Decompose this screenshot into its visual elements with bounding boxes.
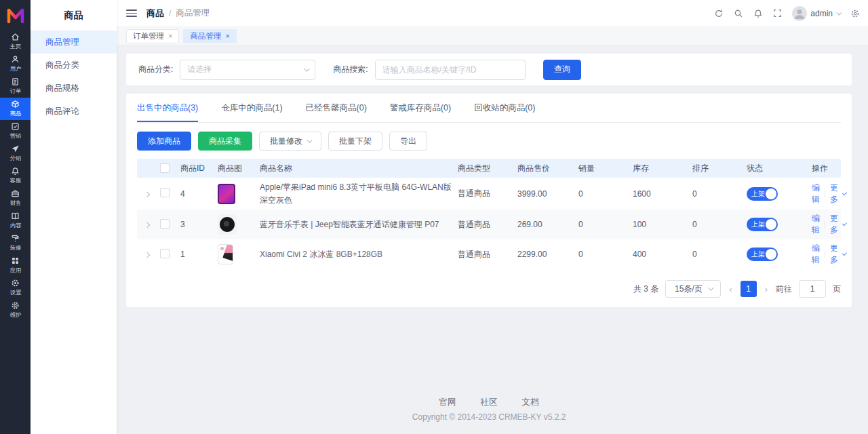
goods-stock: 400 xyxy=(630,250,690,259)
expand-row-icon[interactable] xyxy=(144,191,150,197)
page-number-button[interactable]: 1 xyxy=(741,281,757,297)
search-input[interactable] xyxy=(375,60,526,80)
footer-link-docs[interactable]: 文档 xyxy=(522,397,539,408)
col-header-id: 商品ID xyxy=(178,163,215,174)
open-tabs-bar: 订单管理 × 商品管理 × xyxy=(117,27,868,45)
submenu-item-goods-management[interactable]: 商品管理 xyxy=(31,31,117,54)
goods-id: 1 xyxy=(178,250,215,259)
fullscreen-icon[interactable] xyxy=(773,9,782,18)
goods-id: 4 xyxy=(178,189,215,199)
footer-link-official-site[interactable]: 官网 xyxy=(439,397,456,408)
sidebar-item-home[interactable]: 主页 xyxy=(0,31,31,53)
maintenance-gear-icon xyxy=(11,301,20,310)
page-size-select[interactable]: 15条/页 xyxy=(665,280,721,298)
row-checkbox[interactable] xyxy=(160,219,170,229)
edit-link[interactable]: 编辑 xyxy=(812,243,820,266)
chevron-down-icon xyxy=(304,66,310,71)
ipad-product-photo[interactable] xyxy=(218,184,235,204)
export-button[interactable]: 导出 xyxy=(389,132,427,151)
page-content: 商品分类: 请选择 商品搜索: 查询 出售中的商品(3) 仓库中的商品(1) 已… xyxy=(117,45,868,434)
row-checkbox[interactable] xyxy=(160,249,170,258)
refresh-icon[interactable] xyxy=(714,9,724,18)
marketing-icon xyxy=(11,122,20,131)
more-link[interactable]: 更多 xyxy=(830,213,845,236)
table-row: 1 Xiaomi Civi 2 冰冰蓝 8GB+128GB 普通商品 2299.… xyxy=(137,239,841,269)
tab-on-sale[interactable]: 出售中的商品(3) xyxy=(137,94,198,122)
expand-row-icon[interactable] xyxy=(144,222,150,228)
status-toggle[interactable]: 上架 xyxy=(747,187,778,201)
brand-logo[interactable] xyxy=(0,0,31,31)
tab-recycle-bin[interactable]: 回收站的商品(0) xyxy=(474,94,535,122)
batch-edit-button[interactable]: 批量修改 xyxy=(259,132,321,151)
site-settings-icon[interactable] xyxy=(850,9,860,18)
close-icon[interactable]: × xyxy=(168,32,172,40)
settings-gear-icon xyxy=(11,279,20,288)
collect-goods-button[interactable]: 商品采集 xyxy=(198,132,252,151)
select-all-checkbox[interactable] xyxy=(160,163,170,173)
submenu-item-goods-category[interactable]: 商品分类 xyxy=(31,54,117,77)
username: admin xyxy=(810,9,833,18)
sidebar-item-users[interactable]: 用户 xyxy=(0,53,31,75)
sidebar-item-finance[interactable]: 财务 xyxy=(0,187,31,210)
status-toggle[interactable]: 上架 xyxy=(747,248,778,261)
sidebar-item-apps[interactable]: 应用 xyxy=(0,254,31,277)
tab-sold-out[interactable]: 已经售罄商品(0) xyxy=(306,94,367,122)
prev-page-icon[interactable]: ‹ xyxy=(728,284,733,294)
goods-table: 商品ID 商品图 商品名称 商品类型 商品售价 销量 库存 排序 状态 操作 4 xyxy=(137,159,841,269)
next-page-icon[interactable]: › xyxy=(764,284,769,294)
goods-price: 2299.00 xyxy=(515,250,576,259)
pagination: 共 3 条 15条/页 ‹ 1 › 前往 页 xyxy=(137,280,841,298)
chevron-down-icon xyxy=(842,221,847,226)
sidebar-item-service[interactable]: 客服 xyxy=(0,165,31,187)
col-header-price: 商品售价 xyxy=(515,163,576,174)
breadcrumb-root[interactable]: 商品 xyxy=(146,7,164,20)
goods-type: 普通商品 xyxy=(455,188,515,199)
tab-low-stock[interactable]: 警戒库存商品(0) xyxy=(390,94,451,122)
list-toolbar: 添加商品 商品采集 批量修改 批量下架 导出 xyxy=(137,132,841,151)
close-icon[interactable]: × xyxy=(225,32,229,40)
distribution-icon xyxy=(11,144,20,153)
expand-row-icon[interactable] xyxy=(144,252,150,258)
edit-link[interactable]: 编辑 xyxy=(812,213,820,236)
tab-order-management[interactable]: 订单管理 × xyxy=(126,29,179,43)
submenu-item-goods-spec[interactable]: 商品规格 xyxy=(31,77,117,100)
status-toggle[interactable]: 上架 xyxy=(747,218,778,231)
sidebar-item-distribution[interactable]: 分销 xyxy=(0,142,31,165)
search-icon[interactable] xyxy=(734,9,743,18)
goto-page-input[interactable] xyxy=(799,280,826,298)
tab-in-warehouse[interactable]: 仓库中的商品(1) xyxy=(221,94,282,122)
search-button[interactable]: 查询 xyxy=(543,60,581,80)
add-goods-button[interactable]: 添加商品 xyxy=(137,132,191,151)
goods-id: 3 xyxy=(178,220,215,229)
batch-off-shelf-button[interactable]: 批量下架 xyxy=(328,132,382,151)
edit-link[interactable]: 编辑 xyxy=(812,182,820,205)
category-select[interactable]: 请选择 xyxy=(180,60,315,80)
sidebar-item-decoration[interactable]: 装修 xyxy=(0,232,31,254)
collapse-menu-icon[interactable] xyxy=(126,9,137,17)
goods-sort: 0 xyxy=(690,250,744,259)
more-link[interactable]: 更多 xyxy=(830,182,845,205)
footer-link-community[interactable]: 社区 xyxy=(481,397,498,408)
notification-bell-icon[interactable] xyxy=(753,9,763,18)
sidebar-item-settings[interactable]: 设置 xyxy=(0,277,31,299)
phone-product-photo[interactable] xyxy=(218,244,233,264)
col-header-status: 状态 xyxy=(744,163,809,174)
tab-goods-management[interactable]: 商品管理 × xyxy=(183,29,236,43)
more-link[interactable]: 更多 xyxy=(830,243,845,266)
secondary-sidebar: 商品 商品管理 商品分类 商品规格 商品评论 xyxy=(31,0,117,434)
chevron-down-icon xyxy=(836,9,842,15)
goods-sales: 0 xyxy=(576,220,630,229)
search-filter-label: 商品搜索: xyxy=(333,64,368,75)
sidebar-item-content[interactable]: 内容 xyxy=(0,210,31,232)
sidebar-item-marketing[interactable]: 营销 xyxy=(0,120,31,142)
row-checkbox[interactable] xyxy=(160,188,170,197)
smartwatch-product-photo[interactable] xyxy=(218,214,237,235)
submenu-item-goods-review[interactable]: 商品评论 xyxy=(31,100,117,123)
avatar xyxy=(792,6,807,21)
sidebar-item-maintenance[interactable]: 维护 xyxy=(0,299,31,321)
chevron-down-icon xyxy=(842,191,847,195)
goods-price: 269.00 xyxy=(515,220,576,229)
sidebar-item-orders[interactable]: 订单 xyxy=(0,75,31,98)
user-menu[interactable]: admin xyxy=(792,6,840,21)
sidebar-item-goods[interactable]: 商品 xyxy=(0,98,31,120)
